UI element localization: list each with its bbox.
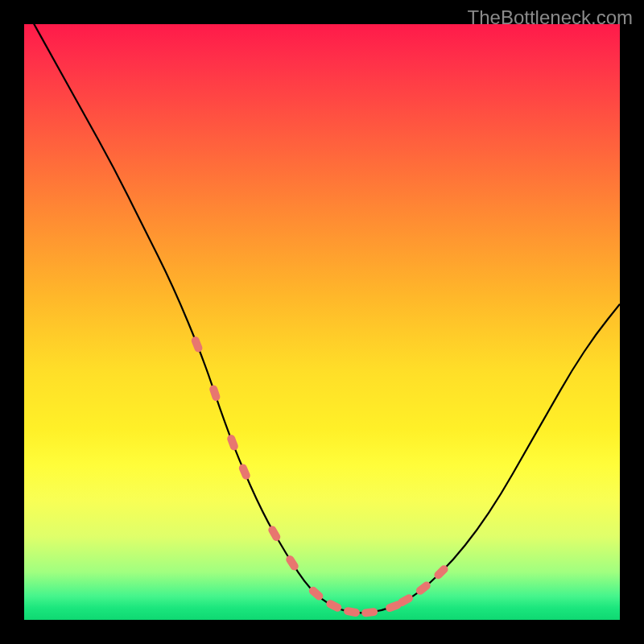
curve-marker	[343, 606, 361, 617]
curve-marker	[226, 434, 240, 452]
curve-marker	[361, 608, 378, 617]
curve-marker	[208, 384, 221, 402]
chart-area	[24, 24, 620, 620]
curve-marker	[284, 554, 299, 572]
curve-marker	[325, 598, 343, 613]
curve-marker	[190, 336, 204, 353]
curve-markers	[190, 336, 449, 617]
chart-svg	[24, 24, 620, 620]
watermark-label: TheBottleneck.com	[468, 6, 633, 29]
curve-marker	[237, 463, 251, 481]
bottleneck-curve	[24, 24, 620, 613]
curve-marker	[266, 525, 282, 543]
